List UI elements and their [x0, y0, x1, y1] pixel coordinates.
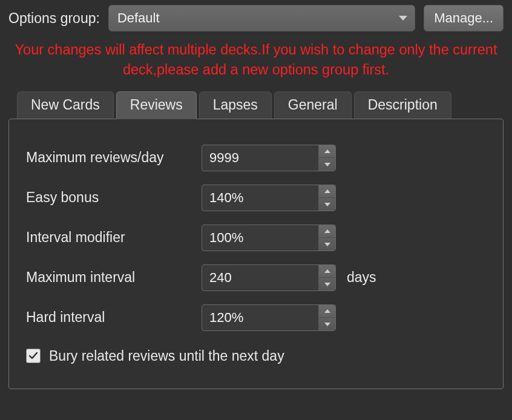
interval-modifier-value: 100% — [202, 225, 318, 251]
tab-lapses[interactable]: Lapses — [199, 91, 272, 119]
options-group-select[interactable]: Default — [108, 5, 415, 31]
spin-buttons — [318, 265, 335, 290]
tab-description[interactable]: Description — [354, 91, 451, 119]
reviews-panel: Maximum reviews/day 9999 Easy bonus 140%… — [8, 119, 504, 389]
max-reviews-input[interactable]: 9999 — [202, 145, 336, 171]
warning-text: Your changes will affect multiple decks.… — [0, 38, 512, 87]
hard-interval-label: Hard interval — [26, 309, 202, 326]
svg-marker-6 — [324, 269, 330, 273]
max-interval-value: 240 — [202, 265, 318, 290]
easy-bonus-label: Easy bonus — [26, 189, 202, 206]
interval-modifier-input[interactable]: 100% — [202, 225, 336, 251]
check-icon — [28, 351, 38, 361]
hard-interval-value: 120% — [202, 305, 318, 330]
easy-bonus-input[interactable]: 140% — [202, 185, 336, 211]
hard-interval-input[interactable]: 120% — [202, 304, 336, 331]
svg-marker-1 — [324, 163, 330, 166]
bury-checkbox[interactable] — [26, 349, 41, 363]
max-interval-input[interactable]: 240 — [202, 264, 336, 291]
spin-up-icon[interactable] — [319, 225, 335, 238]
spin-buttons — [318, 225, 335, 251]
spin-down-icon[interactable] — [319, 157, 335, 171]
tab-general[interactable]: General — [274, 91, 352, 119]
svg-marker-4 — [324, 229, 330, 233]
svg-marker-5 — [324, 243, 330, 246]
spin-buttons — [318, 185, 335, 211]
tab-new-cards[interactable]: New Cards — [17, 91, 114, 119]
easy-bonus-value: 140% — [202, 185, 318, 211]
manage-button[interactable]: Manage... — [424, 5, 504, 31]
spin-up-icon[interactable] — [319, 305, 335, 318]
bury-label: Bury related reviews until the next day — [49, 348, 284, 364]
options-group-value: Default — [117, 10, 160, 26]
spin-up-icon[interactable] — [319, 145, 335, 158]
spin-buttons — [318, 145, 335, 171]
max-reviews-label: Maximum reviews/day — [26, 149, 202, 166]
svg-marker-8 — [324, 309, 330, 313]
spin-buttons — [318, 305, 335, 330]
svg-marker-9 — [324, 323, 330, 326]
spin-down-icon[interactable] — [319, 197, 335, 211]
spin-down-icon[interactable] — [319, 277, 335, 290]
svg-marker-0 — [324, 149, 330, 153]
interval-modifier-label: Interval modifier — [26, 229, 202, 246]
spin-down-icon[interactable] — [319, 237, 335, 251]
tab-reviews[interactable]: Reviews — [116, 91, 197, 119]
spin-down-icon[interactable] — [319, 317, 335, 330]
spin-up-icon[interactable] — [319, 185, 335, 198]
tab-bar: New Cards Reviews Lapses General Descrip… — [0, 91, 512, 119]
spin-up-icon[interactable] — [319, 265, 335, 278]
max-reviews-value: 9999 — [202, 145, 318, 171]
svg-marker-3 — [324, 203, 330, 206]
max-interval-suffix: days — [347, 269, 376, 286]
svg-marker-7 — [324, 283, 330, 286]
options-group-label: Options group: — [8, 10, 100, 27]
max-interval-label: Maximum interval — [26, 269, 202, 286]
chevron-down-icon — [399, 16, 407, 21]
svg-marker-2 — [324, 189, 330, 193]
